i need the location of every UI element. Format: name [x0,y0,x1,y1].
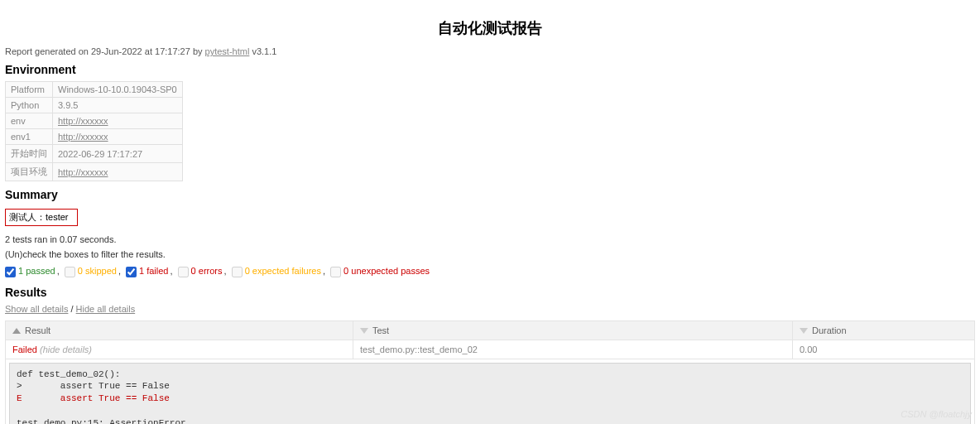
summary-heading: Summary [5,188,975,201]
env-value: 3.9.5 [53,98,183,113]
details-toggles: Show all details / Hide all details [5,304,975,314]
filter-xpass[interactable]: 0 unexpected passes [330,266,430,276]
comma: , [323,266,325,276]
filter-failed-label: 1 failed [139,266,168,276]
env-row: env1http://xxxxxx [6,129,183,145]
filter-failed-checkbox[interactable] [126,267,137,277]
filter-xfail-checkbox[interactable] [232,267,243,277]
env-row: 项目环境http://xxxxxx [6,163,183,181]
env-key: 开始时间 [6,145,53,163]
results-header-row: Result Test Duration [6,320,975,340]
filter-passed[interactable]: 1 passed [5,266,55,276]
result-status: Failed [12,344,37,354]
traceback-codebox: def test_demo_02(): > assert True == Fal… [9,363,971,424]
env-link[interactable]: http://xxxxxx [58,167,108,177]
env-key: Platform [6,82,53,98]
col-result-label: Result [25,325,50,335]
report-title: 自动化测试报告 [5,18,975,38]
generated-version-prefix: v [249,46,257,56]
result-details-row: def test_demo_02(): > assert True == Fal… [6,359,975,424]
result-row-failed: Failed (hide details) test_demo.py::test… [6,340,975,359]
generated-prefix: Report generated on [5,46,91,56]
tester-badge: 测试人：tester [5,209,78,226]
env-key: 项目环境 [6,163,53,181]
result-cell: Failed (hide details) [6,340,353,359]
comma: , [57,266,60,276]
filter-errors[interactable]: 0 errors [178,266,223,276]
tb-line: def test_demo_02(): [17,369,120,379]
generated-version: 3.1.1 [257,46,276,56]
tb-err-line: assert True == False [60,393,170,403]
col-test-header[interactable]: Test [353,320,793,340]
results-heading: Results [5,286,975,299]
test-cell: test_demo.py::test_demo_02 [353,340,793,359]
filter-failed[interactable]: 1 failed [126,266,168,276]
pytest-html-link[interactable]: pytest-html [205,46,250,56]
tb-line: test_demo.py:15: AssertionError [17,418,186,424]
filter-xpass-checkbox[interactable] [330,267,341,277]
env-key: Python [6,98,53,113]
sort-neutral-icon [360,328,368,334]
filter-skipped[interactable]: 0 skipped [65,266,117,276]
tb-line: assert True == False [60,381,170,391]
environment-heading: Environment [5,63,975,76]
filter-skipped-checkbox[interactable] [65,267,75,277]
comma: , [170,266,172,276]
tests-ran: 2 tests ran in 0.07 seconds. [5,234,975,244]
env-value: 2022-06-29 17:17:27 [53,145,183,163]
tb-err-prefix: E [17,393,60,403]
env-link[interactable]: http://xxxxxx [58,132,108,142]
filter-errors-label: 0 errors [191,266,223,276]
env-key: env1 [6,129,53,145]
filter-xpass-label: 0 unexpected passes [343,266,430,276]
filter-row: 1 passed, 0 skipped, 1 failed, 0 errors,… [5,266,975,277]
tb-caret: > [17,381,60,391]
watermark: CSDN @floatchjy [901,409,972,419]
filter-xfail-label: 0 expected failures [245,266,321,276]
env-value: http://xxxxxx [53,163,183,181]
col-duration-label: Duration [812,325,847,335]
filter-passed-checkbox[interactable] [5,267,16,277]
env-value: http://xxxxxx [53,113,183,129]
env-value: http://xxxxxx [53,129,183,145]
col-result-header[interactable]: Result [6,320,353,340]
env-link[interactable]: http://xxxxxx [58,116,108,126]
env-row: 开始时间2022-06-29 17:17:27 [6,145,183,163]
sort-asc-icon [12,328,21,334]
filter-hint: (Un)check the boxes to filter the result… [5,249,975,259]
env-row: Python3.9.5 [6,98,183,113]
filter-skipped-label: 0 skipped [78,266,117,276]
filter-passed-label: 1 passed [18,266,55,276]
sort-neutral-icon [800,328,808,334]
env-row: envhttp://xxxxxx [6,113,183,129]
col-duration-header[interactable]: Duration [793,320,975,340]
hide-details-link[interactable]: (hide details) [40,344,92,354]
filter-errors-checkbox[interactable] [178,267,189,277]
results-table: Result Test Duration Failed (hide detail… [5,320,975,424]
show-all-details-link[interactable]: Show all details [5,304,68,314]
hide-all-details-link[interactable]: Hide all details [76,304,136,314]
comma: , [118,266,121,276]
col-test-label: Test [372,325,389,335]
filter-xfail[interactable]: 0 expected failures [232,266,321,276]
toggle-sep: / [68,304,75,314]
env-row: PlatformWindows-10-10.0.19043-SP0 [6,82,183,98]
generated-by: by [190,46,205,56]
env-value: Windows-10-10.0.19043-SP0 [53,82,183,98]
duration-cell: 0.00 [793,340,975,359]
generated-line: Report generated on 29-Jun-2022 at 17:17… [5,46,975,56]
generated-datetime: 29-Jun-2022 at 17:17:27 [91,46,190,56]
environment-table: PlatformWindows-10-10.0.19043-SP0 Python… [5,81,183,181]
env-key: env [6,113,53,129]
comma: , [224,266,227,276]
